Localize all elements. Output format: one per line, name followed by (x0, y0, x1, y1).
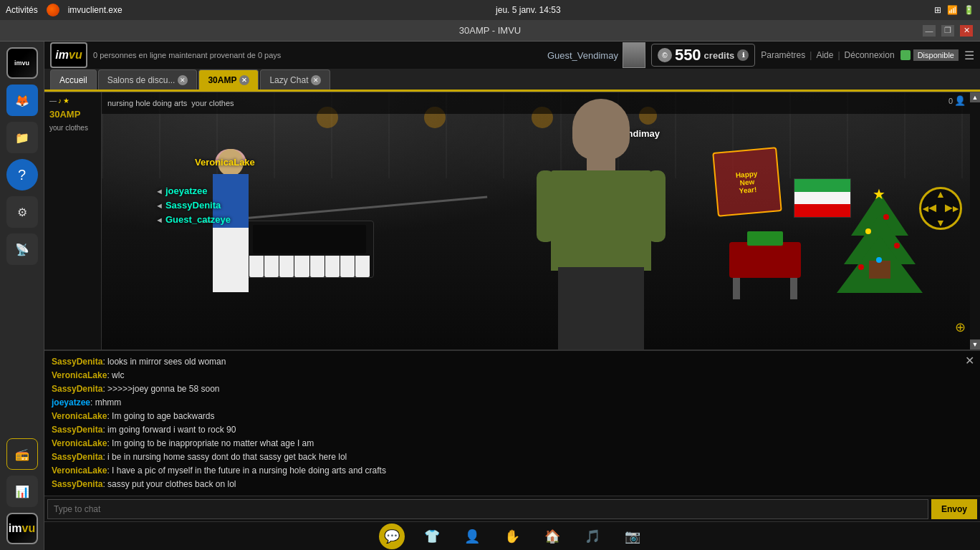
dpad-right[interactable]: ► (951, 203, 961, 214)
chat-user-joey[interactable]: joeyatzee (52, 397, 90, 407)
window-title: 30AMP - IMVU (459, 25, 521, 36)
wifi-icon: 📶 (947, 5, 958, 15)
name-tag-sassy[interactable]: SassyDenita (155, 200, 221, 211)
credits-amount: 550 (675, 46, 701, 64)
left-panel-clothes[interactable]: your clothes (47, 122, 98, 133)
main-layout: imvu 🦊 📁 ? ⚙ 📡 📻 📊 imvu imvu (0, 42, 980, 550)
tab-lazy[interactable]: Lazy Chat ✕ (260, 69, 330, 90)
credits-info-icon[interactable]: ℹ (737, 49, 749, 61)
status-area: Disponible (900, 49, 959, 61)
close-button[interactable]: ✕ (960, 25, 973, 37)
chat-user-sassy[interactable]: SassyDenita (52, 479, 102, 489)
settings-link[interactable]: Paramètres (761, 50, 805, 60)
minimize-button[interactable]: — (923, 25, 936, 37)
expand-icon[interactable]: ⊕ (955, 319, 966, 335)
activities-label[interactable]: Activités (6, 5, 38, 15)
online-count: 0 (948, 97, 953, 105)
chat-text: : i be in nursing home sassy dont do tha… (102, 452, 347, 462)
terminal-dock-icon[interactable]: 📁 (6, 122, 38, 153)
firefox-icon (47, 4, 59, 16)
chat-message-1: VeronicaLake: wlc (52, 369, 973, 382)
user-info[interactable]: Guest_Vendimay (547, 42, 645, 68)
chat-message-6: VeronicaLake: Im going to be inappropria… (52, 437, 973, 450)
name-tag-veronica[interactable]: VeronicaLake (195, 157, 255, 168)
chat-text: : wlc (107, 370, 124, 380)
chat-send-button[interactable]: Envoy (931, 499, 977, 519)
chat-user-sassy[interactable]: SassyDenita (52, 384, 102, 394)
tab-lazy-label: Lazy Chat (269, 75, 308, 85)
dpad-up[interactable]: ▲ (936, 188, 946, 200)
radio-dock-icon[interactable]: 📻 (6, 438, 38, 470)
scroll-up[interactable]: ▲ (970, 92, 980, 102)
disconnect-link[interactable]: Déconnexion (845, 50, 895, 60)
menu-icon[interactable]: ☰ (964, 49, 974, 62)
chat-user-veronica[interactable]: VeronicaLake (52, 411, 107, 421)
tab-salons[interactable]: Salons de discu... ✕ (98, 69, 198, 90)
chat-text: : I have a pic of myself in the future i… (107, 465, 386, 476)
tab-salons-close[interactable]: ✕ (178, 75, 188, 85)
chat-input-field[interactable] (47, 499, 928, 519)
tab-lazy-close[interactable]: ✕ (311, 75, 321, 85)
toolbar-music-button[interactable]: 🎵 (580, 524, 605, 549)
status-dropdown[interactable]: Disponible (913, 49, 959, 61)
toolbar-home-button[interactable]: 🏠 (539, 524, 565, 549)
name-tag-joey[interactable]: joeyatzee (155, 185, 208, 196)
logo-area: imvu 0 personnes en ligne maintenant pro… (50, 42, 281, 68)
scene-nursing-text: nursing hole doing arts (107, 99, 187, 107)
network-dock-icon[interactable]: 📡 (6, 233, 38, 265)
help-link[interactable]: Aide (816, 50, 833, 60)
tab-home[interactable]: Accueil (50, 69, 97, 90)
bottom-toolbar: 💬 👕 👤 ✋ 🏠 🎵 📷 (44, 521, 980, 550)
gear-dock-icon[interactable]: ⚙ (6, 196, 38, 228)
app-titlebar: 30AMP - IMVU — ❐ ✕ (0, 20, 980, 42)
tab-30amp[interactable]: 30AMP ✕ (198, 69, 259, 90)
christmas-tree: ★ (837, 150, 923, 279)
toolbar-camera-button[interactable]: 📷 (620, 524, 645, 549)
dpad-container[interactable]: ◄ ► ▲ ▼ ◄ ► (919, 187, 962, 230)
table-plant (747, 231, 783, 246)
chat-user-sassy[interactable]: SassyDenita (52, 425, 102, 435)
status-indicator (900, 50, 911, 60)
question-dock-icon[interactable]: ? (6, 159, 38, 190)
chat-message-2: SassyDenita: >>>>>joey gonna be 58 soon (52, 382, 973, 395)
scroll-down[interactable]: ▼ (970, 339, 980, 349)
room-name-label: 30AMP (49, 109, 80, 120)
scene-table (729, 242, 801, 278)
name-tag-catzeye[interactable]: Guest_catzeye (155, 214, 231, 225)
activity-dock-icon[interactable]: 📊 (6, 476, 38, 507)
restore-button[interactable]: ❐ (941, 25, 954, 37)
tab-30amp-close[interactable]: ✕ (239, 75, 249, 85)
scene-scrollbar: ▲ ▼ (970, 92, 980, 349)
left-panel-music: — ♪ ★ (47, 95, 98, 106)
imvu-dock-icon[interactable]: imvu (6, 47, 38, 79)
chat-text: : Im going to be inappropriate no matter… (107, 438, 314, 448)
app-header: imvu 0 personnes en ligne maintenant pro… (44, 42, 980, 92)
chat-message-8: VeronicaLake: I have a pic of myself in … (52, 464, 973, 477)
tree-star: ★ (873, 185, 885, 203)
app-window: 30AMP - IMVU — ❐ ✕ imvu 🦊 📁 ? ⚙ 📡 📻 📊 im… (0, 20, 980, 550)
chat-user-sassy[interactable]: SassyDenita (52, 452, 102, 462)
credits-label: credits (704, 50, 735, 61)
app-name-label[interactable]: imvuclient.exe (68, 5, 123, 15)
ornament-4 (876, 257, 882, 263)
main-avatar (501, 92, 701, 349)
chat-panel: ✕ SassyDenita: looks in mirror sees old … (44, 349, 980, 521)
toolbar-chat-button[interactable]: 💬 (379, 524, 405, 549)
main-avatar-head (572, 99, 630, 160)
app-content: imvu 0 personnes en ligne maintenant pro… (44, 42, 980, 550)
firefox-dock-icon[interactable]: 🦊 (6, 85, 38, 116)
main-avatar-pants (558, 267, 644, 349)
imvu-logo-dock[interactable]: imvu (6, 513, 38, 544)
toolbar-outfit-button[interactable]: 👕 (419, 524, 445, 549)
online-status: 0 personnes en ligne maintenant provenan… (93, 51, 281, 59)
toolbar-emote-button[interactable]: ✋ (499, 524, 525, 549)
chat-user-sassy[interactable]: SassyDenita (52, 357, 102, 367)
chat-close-button[interactable]: ✕ (965, 354, 974, 367)
dpad-left[interactable]: ◄ (921, 203, 931, 214)
dpad-down[interactable]: ▼ (936, 217, 946, 228)
chat-user-veronica[interactable]: VeronicaLake (52, 465, 107, 476)
ornament-5 (858, 264, 864, 270)
chat-user-veronica[interactable]: VeronicaLake (52, 370, 107, 380)
toolbar-avatar-button[interactable]: 👤 (459, 524, 485, 549)
chat-user-veronica[interactable]: VeronicaLake (52, 438, 107, 448)
